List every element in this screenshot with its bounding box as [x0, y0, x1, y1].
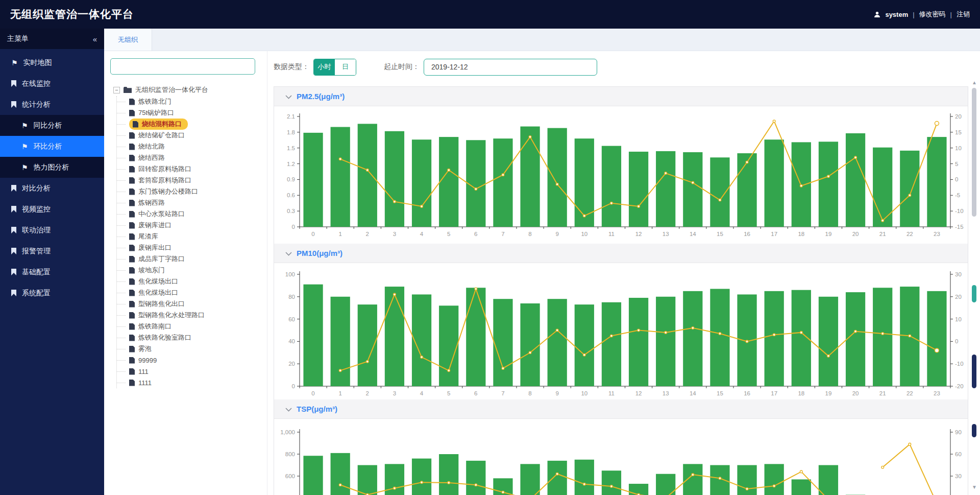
svg-text:0: 0	[955, 338, 958, 344]
tree-item[interactable]: 75t锅炉路口	[117, 107, 262, 119]
svg-text:19: 19	[825, 390, 832, 396]
sidebar-item-label: 报警管理	[22, 247, 51, 256]
sidebar-item[interactable]: 对比分析	[0, 178, 104, 199]
tree-item-label: 型钢路焦化出口	[138, 299, 185, 309]
tree-item[interactable]: 炼铁路化验室路口	[117, 332, 262, 343]
svg-text:16: 16	[744, 231, 750, 237]
svg-text:5: 5	[955, 161, 958, 167]
file-icon	[129, 256, 135, 263]
file-icon	[129, 267, 135, 274]
svg-text:22: 22	[906, 390, 913, 396]
sidebar-item[interactable]: 基础配置	[0, 262, 104, 282]
flag-icon: ⚑	[21, 143, 28, 150]
tree-item[interactable]: 回转窑原料场路口	[117, 163, 262, 175]
tree-item[interactable]: 炼铁路南口	[117, 321, 262, 332]
charts-area: 数据类型： 小时 日 起止时间： PM2.5(μg/m³)2.11.81.51.…	[267, 51, 980, 495]
scrollbar-thumb-teal[interactable]	[972, 285, 976, 302]
tree-item[interactable]: 炼铁路北门	[117, 96, 262, 107]
sidebar-item-label: 系统配置	[22, 289, 51, 298]
tree-item[interactable]: 尾渣库	[117, 231, 262, 242]
svg-text:12: 12	[635, 231, 642, 237]
tree-item[interactable]: 烧结西路	[117, 152, 262, 163]
tree-item[interactable]: 型钢路焦化水处理路口	[117, 310, 262, 321]
tree-item[interactable]: 坡地东门	[117, 265, 262, 276]
file-icon	[133, 121, 138, 128]
sidebar-item[interactable]: ⚑实时地图	[0, 52, 104, 73]
file-icon	[129, 245, 135, 251]
tree-item-label: 1111	[138, 379, 152, 387]
sidebar-item[interactable]: 系统配置	[0, 282, 104, 303]
tree-item[interactable]: 焦化煤场出口	[117, 287, 262, 298]
sidebar-item-label: 联动治理	[22, 226, 51, 235]
svg-text:0.9: 0.9	[287, 176, 295, 182]
file-icon	[129, 335, 135, 341]
sidebar-header: 主菜单 «	[0, 29, 104, 49]
svg-text:23: 23	[934, 231, 940, 237]
username[interactable]: system	[885, 11, 908, 18]
sidebar-item[interactable]: 联动治理	[0, 220, 104, 241]
svg-text:20: 20	[852, 231, 859, 237]
file-icon	[129, 290, 135, 296]
tree-item-label: 东门炼钢办公楼路口	[138, 187, 198, 196]
svg-text:20: 20	[288, 361, 295, 367]
chevron-down-icon[interactable]	[285, 249, 292, 258]
file-icon	[129, 278, 135, 285]
date-picker-input[interactable]	[424, 59, 597, 76]
change-password-link[interactable]: 修改密码	[919, 10, 946, 19]
scroll-up-icon[interactable]: ▲	[972, 80, 977, 85]
tree-item[interactable]: 雾泡	[117, 343, 262, 355]
tree-item[interactable]: 1111	[117, 377, 262, 388]
tree-item-label: 炼铁路化验室路口	[138, 333, 191, 342]
file-icon	[129, 132, 135, 139]
tree-item[interactable]: 东门炼钢办公楼路口	[117, 186, 262, 197]
tree-item[interactable]: 焦化煤场出口	[117, 276, 262, 287]
scrollbar-thumb[interactable]	[972, 88, 976, 217]
scrollbar-thumb-navy[interactable]	[972, 424, 976, 437]
tree-item[interactable]: 111	[117, 366, 262, 377]
file-icon	[129, 200, 135, 206]
day-toggle-button[interactable]: 日	[335, 59, 356, 75]
sidebar-item-active[interactable]: ⚑环比分析	[0, 136, 104, 157]
tree-item[interactable]: 炼钢西路	[117, 197, 262, 208]
tab-wuzuzhi[interactable]: 无组织	[104, 29, 152, 51]
tree-item[interactable]: 烧结北路	[117, 141, 262, 152]
tree-item[interactable]: 中心水泵站路口	[117, 208, 262, 220]
tree-item-label: 炼铁路南口	[138, 322, 172, 331]
svg-text:7: 7	[501, 231, 504, 237]
tree-item[interactable]: 烧结储矿仓路口	[117, 130, 262, 141]
data-type-toggle: 小时 日	[313, 59, 356, 76]
sidebar-item[interactable]: 统计分析	[0, 94, 104, 115]
scrollbar-thumb-navy[interactable]	[972, 355, 976, 388]
svg-text:60: 60	[288, 316, 295, 322]
chevron-down-icon[interactable]	[285, 405, 292, 414]
tree-item[interactable]: 成品库丁字路口	[117, 253, 262, 265]
sidebar-item[interactable]: 视频监控	[0, 199, 104, 220]
chart-plot: 1,00080060040020009060300-30-60012345678…	[274, 419, 968, 495]
file-icon	[129, 99, 135, 105]
site-tree: − 无组织监管治一体化平台 炼铁路北门75t锅炉路口烧结混料路口烧结储矿仓路口烧…	[110, 84, 262, 388]
hour-toggle-button[interactable]: 小时	[314, 59, 335, 75]
sidebar-item[interactable]: 报警管理	[0, 241, 104, 262]
scroll-down-icon[interactable]: ▼	[972, 484, 977, 490]
svg-text:0: 0	[311, 390, 314, 396]
svg-text:14: 14	[690, 390, 696, 396]
sidebar-item[interactable]: ⚑热力图分析	[0, 157, 104, 178]
tree-item[interactable]: 型钢路焦化出口	[117, 298, 262, 310]
logout-link[interactable]: 注销	[957, 10, 970, 19]
search-input[interactable]	[110, 58, 255, 75]
tree-item[interactable]: 套筒窑原料场路口	[117, 175, 262, 186]
tree-item[interactable]: 99999	[117, 355, 262, 366]
tree-root[interactable]: − 无组织监管治一体化平台	[110, 84, 262, 96]
tree-item[interactable]: 废钢库进口	[117, 220, 262, 231]
svg-text:10: 10	[581, 231, 587, 237]
sidebar-item-label: 同比分析	[34, 121, 62, 130]
collapse-node-icon[interactable]: −	[113, 87, 120, 93]
pin-icon	[11, 248, 16, 254]
sidebar-item[interactable]: ⚑同比分析	[0, 115, 104, 136]
collapse-sidebar-icon[interactable]: «	[93, 35, 97, 43]
sidebar-item-label: 基础配置	[22, 268, 51, 277]
tree-item-selected[interactable]: 烧结混料路口	[117, 119, 262, 130]
sidebar-item[interactable]: 在线监控	[0, 73, 104, 94]
tree-item[interactable]: 废钢库出口	[117, 242, 262, 253]
chevron-down-icon[interactable]	[285, 92, 292, 101]
